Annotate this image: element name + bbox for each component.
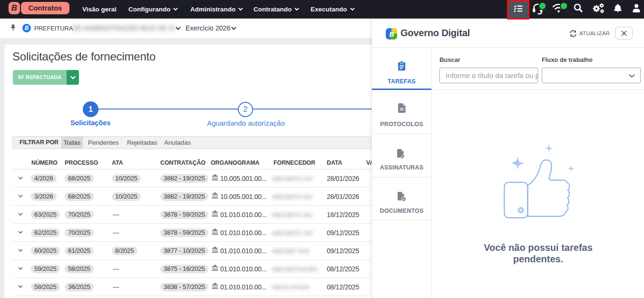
svg-text:B: B (390, 30, 394, 38)
